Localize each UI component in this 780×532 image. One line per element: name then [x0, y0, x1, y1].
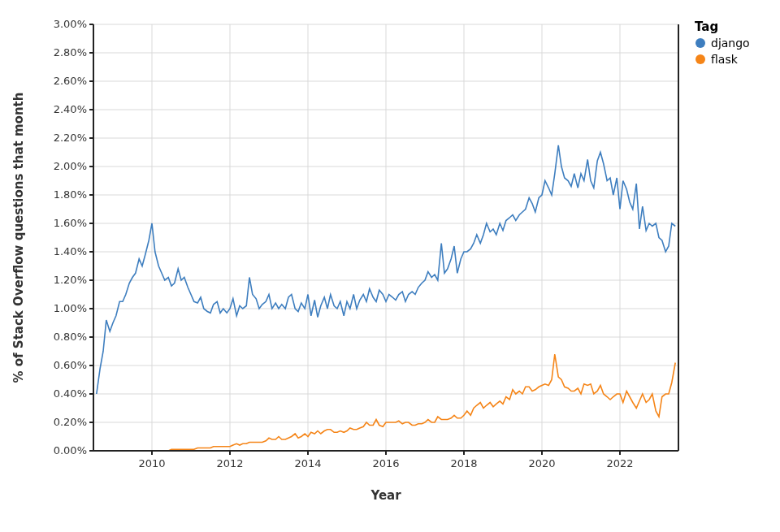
- svg-text:0.60%: 0.60%: [54, 359, 87, 371]
- legend-label-django: django: [711, 37, 750, 50]
- svg-text:2.60%: 2.60%: [54, 75, 87, 87]
- x-tick-labels: 2010201220142016201820202022: [138, 457, 633, 469]
- legend-swatch-django: [696, 38, 705, 48]
- svg-text:2010: 2010: [138, 457, 165, 469]
- svg-text:2.40%: 2.40%: [54, 103, 87, 115]
- y-axis-label: % of Stack Overflow questions that month: [11, 93, 26, 383]
- svg-text:1.80%: 1.80%: [54, 188, 87, 201]
- chart-legend: Tag djangoflask: [695, 19, 750, 66]
- legend-title: Tag: [695, 19, 718, 34]
- svg-text:0.80%: 0.80%: [54, 331, 87, 343]
- y-tick-labels: 0.00%0.20%0.40%0.60%0.80%1.00%1.20%1.40%…: [54, 18, 87, 456]
- svg-text:2016: 2016: [372, 457, 399, 469]
- svg-text:2012: 2012: [216, 457, 243, 469]
- svg-text:2.80%: 2.80%: [54, 46, 87, 58]
- svg-text:1.20%: 1.20%: [54, 274, 87, 286]
- legend-swatch-flask: [696, 54, 705, 64]
- svg-text:1.40%: 1.40%: [54, 245, 87, 257]
- legend-label-flask: flask: [711, 53, 739, 66]
- chart-axes: [89, 24, 678, 455]
- svg-text:2018: 2018: [450, 457, 477, 469]
- svg-text:2020: 2020: [528, 457, 555, 469]
- svg-text:0.20%: 0.20%: [54, 416, 87, 428]
- svg-text:2022: 2022: [606, 457, 633, 469]
- svg-text:2.00%: 2.00%: [54, 160, 87, 172]
- svg-text:3.00%: 3.00%: [54, 18, 87, 30]
- svg-text:0.00%: 0.00%: [54, 444, 87, 456]
- svg-text:0.40%: 0.40%: [54, 387, 87, 400]
- svg-text:2.20%: 2.20%: [54, 132, 87, 144]
- svg-text:1.00%: 1.00%: [54, 302, 87, 314]
- chart-grid: [93, 24, 678, 451]
- x-axis-label: Year: [370, 488, 401, 503]
- line-chart: 0.00%0.20%0.40%0.60%0.80%1.00%1.20%1.40%…: [0, 0, 780, 532]
- svg-text:2014: 2014: [294, 457, 321, 469]
- svg-text:1.60%: 1.60%: [54, 217, 87, 229]
